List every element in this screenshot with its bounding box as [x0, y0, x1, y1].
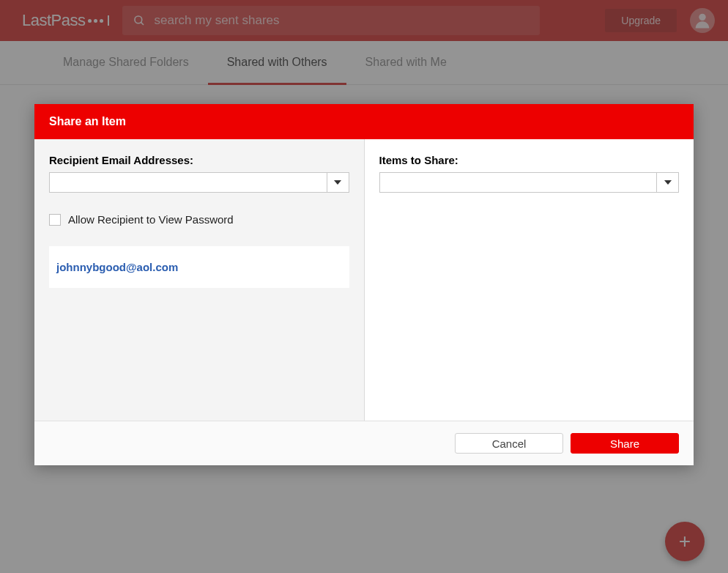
recipients-combo[interactable]	[49, 172, 349, 193]
items-input[interactable]	[380, 173, 657, 192]
caret-down-icon	[334, 180, 341, 185]
items-combo[interactable]	[379, 172, 680, 193]
caret-down-icon	[664, 180, 672, 185]
allow-view-password-label: Allow Recipient to View Password	[68, 213, 234, 226]
allow-view-password-row[interactable]: Allow Recipient to View Password	[49, 213, 349, 226]
modal-footer: Cancel Share	[34, 421, 694, 465]
modal-right-column: Items to Share:	[365, 139, 694, 421]
modal-body: Recipient Email Addresses: Allow Recipie…	[34, 139, 694, 421]
items-label: Items to Share:	[379, 154, 680, 166]
suggested-email[interactable]: johnnybgood@aol.com	[49, 246, 349, 288]
modal-left-column: Recipient Email Addresses: Allow Recipie…	[34, 139, 365, 421]
items-dropdown-button[interactable]	[656, 173, 678, 192]
recipients-dropdown-button[interactable]	[327, 173, 349, 192]
recipients-input[interactable]	[50, 173, 327, 192]
allow-view-password-checkbox[interactable]	[49, 214, 61, 226]
share-item-modal: Share an Item Recipient Email Addresses:…	[34, 104, 694, 465]
share-button[interactable]: Share	[571, 433, 679, 454]
cancel-button[interactable]: Cancel	[455, 433, 563, 454]
modal-title: Share an Item	[34, 104, 694, 139]
recipients-label: Recipient Email Addresses:	[49, 154, 349, 166]
modal-overlay: Share an Item Recipient Email Addresses:…	[0, 0, 728, 573]
